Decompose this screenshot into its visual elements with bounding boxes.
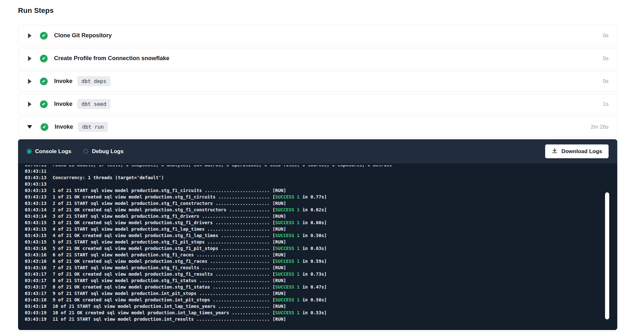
radio-option-debug-logs[interactable]: Debug Logs: [83, 148, 123, 155]
log-timestamp: 03:43:11: [25, 165, 46, 167]
log-message: 5 of 21 OK created sql view model produc…: [52, 246, 275, 251]
log-message-tail: in 0.62s]: [299, 207, 327, 212]
log-line: 03:43:13: [25, 181, 598, 187]
log-success-tag: SUCCESS 1: [275, 297, 300, 302]
log-timestamp: 03:43:17: [25, 271, 46, 277]
scrollbar-track[interactable]: [605, 163, 609, 330]
log-message-tail: in 0.50s]: [299, 233, 327, 238]
log-success-tag: SUCCESS 1: [275, 233, 300, 238]
log-message-tail: in 0.50s]: [299, 297, 327, 302]
log-message: 10 of 21 START sql view model production…: [52, 304, 286, 309]
step-duration: 0s: [603, 55, 609, 62]
log-line: 03:43:154 of 21 OK created sql view mode…: [25, 232, 598, 239]
log-success-tag: SUCCESS 1: [275, 207, 300, 212]
log-message: 1 of 21 START sql view model production.…: [52, 188, 286, 193]
caret-right-icon[interactable]: [28, 33, 32, 38]
log-message-tail: in 0.60s]: [299, 220, 327, 225]
log-message: Found 21 models, 17 tests, 0 snapshots, …: [52, 165, 392, 167]
log-console[interactable]: 03:43:11Found 21 models, 17 tests, 0 sna…: [18, 163, 617, 330]
log-line: 03:43:1911 of 21 START sql view model pr…: [25, 316, 598, 322]
log-timestamp: 03:43:13: [25, 194, 46, 199]
log-type-radio-group: Console LogsDebug Logs: [27, 148, 124, 155]
radio-option-console-logs[interactable]: Console Logs: [27, 148, 71, 155]
log-success-tag: SUCCESS 1: [275, 194, 300, 199]
step-row[interactable]: ✔Create Profile from Connection snowflak…: [18, 48, 617, 69]
log-timestamp: 03:43:15: [25, 233, 46, 238]
step-row[interactable]: ✔Invokedbt run2m 26s: [18, 116, 617, 137]
log-timestamp: 03:43:19: [25, 310, 46, 315]
log-line: 03:43:131 of 21 START sql view model pro…: [25, 187, 598, 194]
step-row[interactable]: ✔Clone Git Repository0s: [18, 25, 617, 46]
log-success-tag: SUCCESS 1: [275, 284, 300, 290]
log-message: 2 of 21 START sql view model production.…: [52, 201, 286, 206]
caret-down-icon[interactable]: [27, 125, 32, 129]
step-duration: 0s: [603, 78, 609, 85]
success-check-icon: ✔: [40, 100, 48, 108]
log-message-tail: in 0.59s]: [299, 259, 327, 264]
log-line: 03:43:167 of 21 START sql view model pro…: [25, 264, 598, 271]
download-logs-button[interactable]: Download Logs: [545, 144, 609, 158]
log-timestamp: 03:43:13: [25, 181, 46, 187]
run-steps-page: Run Steps ✔Clone Git Repository0s✔Create…: [0, 6, 644, 331]
run-steps-list: ✔Clone Git Repository0s✔Create Profile f…: [18, 25, 617, 330]
log-line: 03:43:11: [25, 168, 598, 174]
log-timestamp: 03:43:15: [25, 220, 46, 225]
step-label: Invoke: [55, 124, 73, 130]
log-line: 03:43:155 of 21 START sql view model pro…: [25, 239, 598, 245]
log-line: 03:43:179 of 21 START sql view model pro…: [25, 290, 598, 297]
log-message: 4 of 21 OK created sql view model produc…: [52, 233, 275, 238]
step-duration: 1s: [603, 101, 609, 107]
log-message: 11 of 21 START sql view model production…: [52, 317, 286, 322]
radio-label: Console Logs: [35, 148, 71, 155]
download-logs-label: Download Logs: [561, 148, 602, 155]
log-line: 03:43:13Concurrency: 1 threads (target='…: [25, 174, 598, 181]
log-timestamp: 03:43:13: [25, 201, 46, 206]
log-message: 10 of 21 OK created sql view model produ…: [52, 310, 275, 315]
log-line: 03:43:154 of 21 START sql view model pro…: [25, 226, 598, 232]
log-timestamp: 03:43:13: [25, 188, 46, 193]
radio-dot: [28, 150, 31, 153]
log-timestamp: 03:43:15: [25, 226, 46, 232]
log-line: 03:43:1810 of 21 START sql view model pr…: [25, 303, 598, 309]
step-row[interactable]: ✔Invokedbt seed1s: [18, 94, 617, 115]
log-timestamp: 03:43:16: [25, 246, 46, 251]
log-success-tag: SUCCESS 1: [275, 271, 300, 277]
log-line: 03:43:166 of 21 OK created sql view mode…: [25, 258, 598, 264]
step-command-chip: dbt deps: [77, 76, 110, 86]
log-line: 03:43:153 of 21 OK created sql view mode…: [25, 219, 598, 226]
log-success-tag: SUCCESS 1: [275, 259, 300, 264]
caret-right-icon[interactable]: [28, 102, 32, 107]
download-icon: [552, 148, 558, 155]
log-message: 6 of 21 OK created sql view model produc…: [52, 259, 275, 264]
success-check-icon: ✔: [40, 32, 48, 40]
caret-right-icon[interactable]: [28, 56, 32, 61]
log-timestamp: 03:43:16: [25, 252, 46, 257]
log-line: 03:43:178 of 21 OK created sql view mode…: [25, 284, 598, 290]
log-lines: 03:43:11Found 21 models, 17 tests, 0 sna…: [25, 165, 598, 330]
log-timestamp: 03:43:18: [25, 304, 46, 309]
log-line: 03:43:177 of 21 OK created sql view mode…: [25, 271, 598, 277]
step-duration: 2m 26s: [591, 124, 609, 130]
log-message: 4 of 21 START sql view model production.…: [52, 226, 286, 232]
page-title: Run Steps: [18, 6, 644, 15]
log-message-tail: in 0.47s]: [299, 284, 327, 290]
caret-right-icon[interactable]: [28, 79, 32, 84]
scrollbar-thumb[interactable]: [605, 192, 609, 319]
log-line: 03:43:178 of 21 START sql view model pro…: [25, 277, 598, 284]
log-line: 03:43:165 of 21 OK created sql view mode…: [25, 245, 598, 252]
log-success-tag: SUCCESS 1: [275, 220, 300, 225]
step-command-chip: dbt run: [78, 122, 108, 132]
log-timestamp: 03:43:16: [25, 259, 46, 264]
log-timestamp: 03:43:14: [25, 207, 46, 212]
log-timestamp: 03:43:15: [25, 239, 46, 244]
log-line: 03:43:189 of 21 OK created sql view mode…: [25, 297, 598, 303]
log-message: 9 of 21 OK created sql view model produc…: [52, 297, 275, 302]
log-message: 7 of 21 START sql view model production.…: [52, 265, 286, 270]
log-message: 8 of 21 START sql view model production.…: [52, 278, 286, 283]
step-duration: 0s: [603, 32, 609, 39]
log-success-tag: SUCCESS 1: [275, 246, 300, 251]
step-row[interactable]: ✔Invokedbt deps0s: [18, 71, 617, 92]
log-line: 03:43:131 of 21 OK created sql view mode…: [25, 194, 598, 200]
log-message: 8 of 21 OK created sql view model produc…: [52, 284, 275, 290]
radio-unselected-icon: [83, 149, 88, 154]
